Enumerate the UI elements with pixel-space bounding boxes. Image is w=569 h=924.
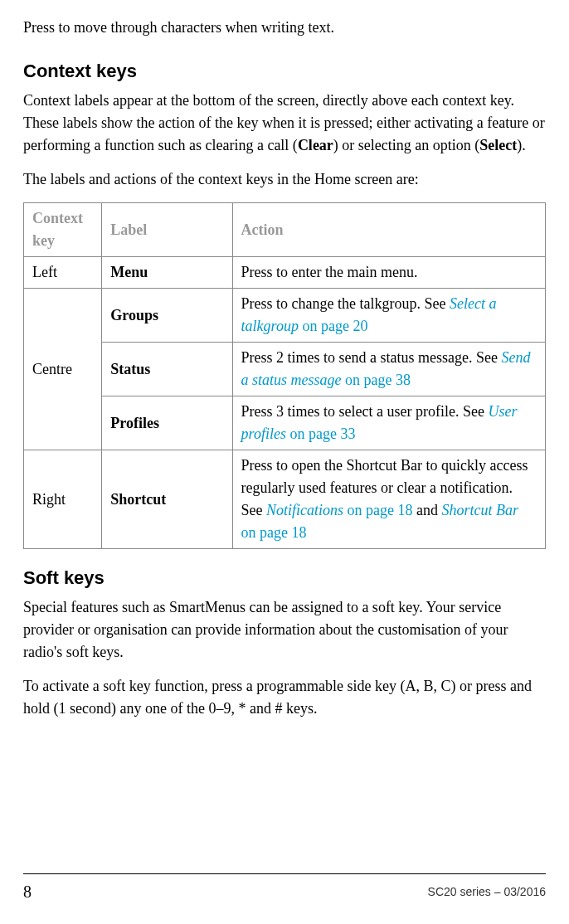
context-keys-para-2: The labels and actions of the context ke… <box>23 168 546 191</box>
soft-keys-para-2: To activate a soft key function, press a… <box>23 675 546 720</box>
link-page-ref[interactable]: on page 33 <box>289 426 355 442</box>
cell-action: Press 3 times to select a user profile. … <box>232 396 545 450</box>
link-notifications[interactable]: Notifications <box>266 502 343 518</box>
context-keys-para-1: Context labels appear at the bottom of t… <box>23 90 546 157</box>
cell-label: Shortcut <box>102 450 232 549</box>
text-segment: Press 2 times to send a status message. … <box>241 349 502 366</box>
text-segment: Press 3 times to select a user profile. … <box>241 403 489 420</box>
intro-text: Press to move through characters when wr… <box>23 17 546 39</box>
text-segment: ) or selecting an option ( <box>333 137 479 153</box>
document-series: SC20 series – 03/2016 <box>428 883 546 901</box>
table-row: Centre Groups Press to change the talkgr… <box>24 289 546 343</box>
text-segment: Press to change the talkgroup. See <box>241 295 450 312</box>
th-label: Label <box>102 203 232 257</box>
table-row: Right Shortcut Press to open the Shortcu… <box>24 450 546 549</box>
cell-action: Press to change the talkgroup. See Selec… <box>232 289 545 343</box>
cell-action: Press to enter the main menu. <box>232 257 545 289</box>
table-row: Status Press 2 times to send a status me… <box>24 343 546 396</box>
th-action: Action <box>232 203 545 257</box>
text-segment: ). <box>517 137 526 153</box>
link-page-ref[interactable]: on page 38 <box>342 372 411 388</box>
link-page-ref[interactable]: on page 18 <box>241 524 307 541</box>
link-page-ref[interactable]: on page 20 <box>299 318 367 334</box>
page-footer: 8 SC20 series – 03/2016 <box>23 873 546 904</box>
text-segment: and <box>413 502 442 518</box>
heading-soft-keys: Soft keys <box>23 564 546 591</box>
cell-label: Status <box>102 343 232 396</box>
context-keys-table: Context key Label Action Left Menu Press… <box>23 202 546 549</box>
table-header-row: Context key Label Action <box>24 203 546 257</box>
page-number: 8 <box>23 879 32 904</box>
table-row: Left Menu Press to enter the main menu. <box>24 257 546 289</box>
cell-key: Right <box>24 450 102 549</box>
cell-label: Menu <box>102 257 232 289</box>
table-row: Profiles Press 3 times to select a user … <box>24 396 546 450</box>
heading-context-keys: Context keys <box>23 57 546 85</box>
th-context-key: Context key <box>24 203 102 257</box>
cell-action: Press 2 times to send a status message. … <box>232 343 545 396</box>
cell-action: Press to open the Shortcut Bar to quickl… <box>232 450 545 549</box>
cell-label: Profiles <box>102 396 232 450</box>
cell-key: Centre <box>24 289 102 450</box>
select-label: Select <box>479 137 517 153</box>
soft-keys-para-1: Special features such as SmartMenus can … <box>23 596 546 664</box>
cell-key: Left <box>24 257 102 289</box>
clear-label: Clear <box>298 137 333 153</box>
link-page-ref[interactable]: on page 18 <box>343 502 412 518</box>
link-shortcut-bar[interactable]: Shortcut Bar <box>442 502 519 518</box>
cell-label: Groups <box>102 289 232 343</box>
